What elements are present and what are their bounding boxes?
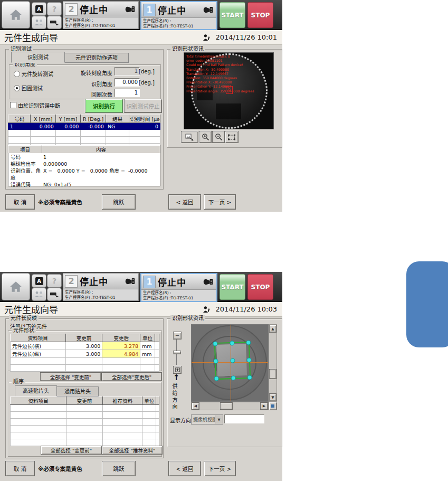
machine-header: A ? 2 停止中 生产程序名(R) : 生产程序名(F) :TO-TEST-0… bbox=[0, 0, 282, 30]
zoom-out-button[interactable]: − bbox=[173, 332, 182, 339]
scroll-right-button[interactable]: ▶ bbox=[260, 402, 268, 410]
vertical-scrollbar[interactable]: ▲ ▼ bbox=[269, 324, 277, 402]
next-button[interactable]: 下一页 > bbox=[204, 194, 236, 210]
machine-1-status-top: 1 停止中 bbox=[141, 2, 216, 17]
select-all-before-button[interactable]: 全部选择 "变更前" bbox=[40, 372, 101, 381]
machine-2-programs: 生产程序名(R) : 生产程序名(F) :TO-TEST-01 bbox=[63, 289, 138, 300]
setup-button[interactable] bbox=[47, 16, 62, 29]
back-button[interactable]: < 返回 bbox=[168, 461, 201, 476]
jump-button[interactable]: 跳跃 bbox=[102, 194, 136, 210]
setup-button[interactable] bbox=[47, 288, 62, 301]
machine-2-status[interactable]: 2 停止中 生产程序名(R) : 生产程序名(F) :TO-TEST-01 bbox=[63, 273, 139, 301]
operators-button[interactable] bbox=[32, 16, 46, 29]
vertical-scroll-thumb[interactable] bbox=[269, 369, 277, 379]
order-group: 顺序 高速贴片头 通用贴片头 资料项目 变更前 推荐资料 单位 bbox=[8, 382, 162, 457]
machine-2-status[interactable]: 2 停止中 生产程序名(R) : 生产程序名(F) :TO-TEST-01 bbox=[63, 1, 139, 29]
machine-1-status[interactable]: 1 停止中 生产程序名(R) : 生产程序名(F) :TO-TEST-01 bbox=[140, 1, 217, 30]
machine-2-state: 停止中 bbox=[80, 275, 108, 288]
loop-count-field[interactable]: 1 bbox=[115, 89, 140, 97]
home-button[interactable] bbox=[2, 273, 30, 300]
view-corner-button[interactable] bbox=[269, 402, 277, 410]
back-button[interactable]: < 返回 bbox=[168, 194, 201, 210]
display-value-field[interactable] bbox=[224, 414, 264, 423]
cancel-button[interactable]: 取 消 bbox=[5, 194, 35, 210]
title-bar: 元件生成向导 2014/11/26 10:01 bbox=[0, 30, 282, 45]
left-arrow-icon: ◀ bbox=[194, 404, 197, 408]
tab-highspeed-head[interactable]: 高速贴片头 bbox=[15, 385, 57, 397]
blue-corner-decoration bbox=[406, 261, 448, 347]
tab-recognition-options[interactable]: 元件识别动作选项 bbox=[64, 53, 129, 63]
start-button[interactable]: START bbox=[220, 274, 245, 300]
machine-1-programs: 生产程序名(R) : 生产程序名(F) :TO-TEST-01 bbox=[141, 289, 216, 301]
tab-universal-head[interactable]: 通用贴片头 bbox=[56, 386, 99, 397]
start-button[interactable]: START bbox=[220, 2, 245, 28]
shape-row[interactable]: 元件边长(纵) 3.000 4.984 mm bbox=[11, 350, 159, 358]
supply-direction-arrow: ↑ bbox=[173, 373, 180, 382]
rotation-test-radio[interactable] bbox=[14, 71, 20, 77]
scroll-left-button[interactable]: ◀ bbox=[192, 402, 199, 410]
zoom-slider-handle[interactable] bbox=[173, 351, 181, 354]
recognition-test-group: 识别测试 识别测试 元件识别动作选项 识别角度 元件旋转测试 回圈测试 旋转刻度… bbox=[5, 49, 164, 190]
empty-row bbox=[11, 412, 159, 419]
select-all-recommended-button[interactable]: 全部选择 "推荐资料" bbox=[102, 446, 163, 455]
select-all-before-button[interactable]: 全部选择 "变更前" bbox=[41, 446, 102, 455]
zoom-out-button[interactable] bbox=[212, 131, 225, 143]
interrupt-checkbox[interactable] bbox=[10, 102, 16, 108]
shape-handle[interactable] bbox=[213, 341, 217, 346]
scroll-down-button[interactable]: ▼ bbox=[269, 393, 277, 401]
loop-test-radio[interactable] bbox=[14, 85, 20, 91]
shape-handle[interactable] bbox=[230, 358, 235, 363]
scroll-up-button[interactable]: ▲ bbox=[269, 325, 277, 333]
camera-image[interactable] bbox=[191, 324, 269, 402]
fit-view-button[interactable] bbox=[225, 131, 239, 143]
stop-button[interactable]: STOP bbox=[247, 2, 273, 28]
next-button[interactable]: 下一页 > bbox=[204, 461, 236, 476]
rotation-step-field[interactable]: 1 bbox=[115, 67, 140, 76]
recognition-stop-button[interactable]: 识别测试停止 bbox=[124, 99, 162, 113]
machine-header: A ? 2 停止中 生产程序名(R) : 生产程序名(F) :TO-TEST-0… bbox=[0, 272, 282, 302]
horizontal-scroll-thumb[interactable] bbox=[220, 402, 233, 410]
program-name-r: 生产程序名(R) : bbox=[65, 18, 137, 23]
order-table: 资料项目 变更前 推荐资料 单位 bbox=[10, 397, 159, 446]
manual-button[interactable]: A bbox=[32, 2, 46, 16]
angle-field[interactable]: 0.000 bbox=[115, 78, 140, 87]
shape-handle[interactable] bbox=[230, 341, 234, 345]
select-all-after-button[interactable]: 全部选择"变更后" bbox=[101, 372, 162, 381]
book-icon: A bbox=[35, 277, 43, 285]
home-button[interactable] bbox=[2, 1, 30, 29]
shape-handle[interactable] bbox=[213, 359, 218, 363]
page-title: 元件生成向导 bbox=[4, 303, 58, 316]
shape-row[interactable]: 元件边长(横) 3.000 3.278 mm bbox=[11, 342, 159, 350]
shape-outline[interactable] bbox=[214, 342, 251, 380]
empty-row bbox=[11, 365, 159, 372]
group-label: 元件形状 bbox=[12, 327, 36, 334]
camera-image[interactable]: Total time(milliseconds): 0 error code: … bbox=[184, 52, 274, 129]
help-button[interactable]: ? bbox=[47, 274, 62, 288]
home-icon bbox=[9, 280, 23, 293]
machine-2-number: 2 bbox=[65, 275, 78, 288]
up-arrow-icon: ↑ bbox=[173, 373, 180, 382]
capture-image-button[interactable] bbox=[181, 131, 198, 143]
zoom-in-button[interactable] bbox=[199, 131, 212, 143]
stop-button[interactable]: STOP bbox=[247, 274, 273, 300]
tab-recognition-test[interactable]: 识别测试 bbox=[11, 52, 65, 63]
result-row[interactable]: 1 0.000 0.000 -0.000 NG 0 bbox=[8, 123, 160, 130]
horizontal-scrollbar[interactable]: ◀ ▶ bbox=[191, 402, 269, 410]
recognition-execute-button[interactable]: 识别执行 bbox=[85, 99, 123, 113]
order-header-row: 资料项目 变更前 推荐资料 单位 bbox=[11, 397, 159, 405]
empty-row bbox=[11, 358, 159, 365]
help-button[interactable]: ? bbox=[47, 2, 62, 16]
display-direction-dropdown[interactable]: 摄像机视图 ▼ bbox=[191, 414, 223, 425]
cancel-button[interactable]: 取 消 bbox=[5, 461, 35, 476]
manual-button[interactable]: A bbox=[32, 274, 46, 288]
up-arrow-icon: ▲ bbox=[271, 327, 274, 331]
operators-button[interactable] bbox=[32, 288, 46, 301]
shape-header-row: 资料项目 变更前 变更后 单位 bbox=[11, 334, 159, 342]
rotation-test-label: 元件旋转测试 bbox=[22, 70, 53, 78]
machine-1-status[interactable]: 1 停止中 生产程序名(R) : 生产程序名(F) :TO-TEST-01 bbox=[140, 273, 217, 302]
detail-row: 号码1 bbox=[8, 154, 160, 161]
setup-icon bbox=[50, 291, 59, 298]
help-icon: ? bbox=[52, 5, 56, 13]
manual-mode-icon bbox=[124, 5, 136, 14]
jump-button[interactable]: 跳跃 bbox=[102, 461, 136, 476]
